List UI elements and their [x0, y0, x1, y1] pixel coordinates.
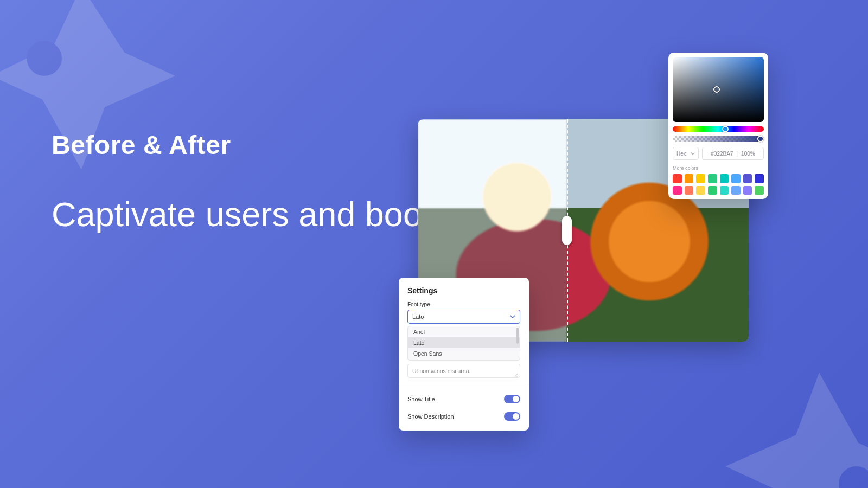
alpha-slider[interactable] [673, 136, 764, 142]
color-swatch[interactable] [673, 186, 682, 195]
color-swatch[interactable] [743, 186, 752, 195]
more-colors-label: More colors [673, 165, 764, 171]
color-hex-value: #322BA7 [711, 151, 733, 157]
hue-slider[interactable] [673, 126, 764, 132]
color-swatch[interactable] [720, 174, 729, 183]
color-alpha-value: 100% [741, 151, 755, 157]
alpha-cursor[interactable] [757, 136, 764, 142]
color-swatch[interactable] [685, 174, 694, 183]
settings-title: Settings [407, 286, 520, 295]
color-picker-panel: Hex #322BA7 | 100% More colors [668, 53, 768, 199]
decorative-shape-bottom [722, 369, 868, 488]
font-type-dropdown: Ariel Lato Open Sans David [407, 326, 520, 361]
show-description-toggle[interactable] [504, 412, 520, 421]
color-swatch[interactable] [708, 174, 717, 183]
show-title-label: Show Title [407, 396, 435, 402]
font-option-david[interactable]: David [408, 359, 520, 361]
sv-cursor[interactable] [713, 86, 720, 93]
color-swatch[interactable] [696, 174, 705, 183]
color-swatch[interactable] [731, 186, 741, 195]
font-type-select[interactable]: Lato [407, 310, 520, 324]
textarea-resize-handle[interactable] [514, 372, 519, 376]
description-value: Ut non varius nisi urna. [412, 368, 470, 374]
font-option-lato[interactable]: Lato [408, 337, 520, 348]
color-value-separator: | [736, 151, 738, 157]
color-value-input[interactable]: #322BA7 | 100% [702, 147, 764, 160]
font-option-ariel[interactable]: Ariel [408, 326, 520, 337]
color-swatch[interactable] [673, 174, 682, 183]
color-swatch[interactable] [755, 186, 764, 195]
settings-divider [399, 386, 529, 386]
font-type-value: Lato [412, 313, 424, 320]
color-swatch[interactable] [731, 174, 741, 183]
color-swatch[interactable] [708, 186, 717, 195]
show-title-toggle[interactable] [504, 395, 520, 403]
color-format-select[interactable]: Hex [673, 147, 699, 160]
hue-cursor[interactable] [722, 126, 729, 132]
show-description-label: Show Description [407, 413, 454, 420]
svg-point-0 [27, 41, 62, 76]
show-description-row: Show Description [407, 408, 520, 425]
color-swatch[interactable] [743, 174, 752, 183]
show-title-row: Show Title [407, 390, 520, 408]
color-swatch[interactable] [696, 186, 705, 195]
chevron-down-icon [691, 151, 695, 156]
swatch-grid [673, 174, 764, 195]
description-textarea[interactable]: Ut non varius nisi urna. [407, 364, 520, 378]
dropdown-scrollbar[interactable] [516, 328, 519, 344]
saturation-value-area[interactable] [673, 57, 764, 122]
color-format-label: Hex [676, 151, 686, 157]
font-option-open-sans[interactable]: Open Sans [408, 348, 520, 359]
before-after-handle[interactable] [562, 216, 572, 245]
color-swatch[interactable] [685, 186, 694, 195]
font-type-label: Font type [407, 301, 520, 307]
color-swatch[interactable] [720, 186, 729, 195]
chevron-down-icon [510, 314, 515, 319]
color-swatch[interactable] [755, 174, 764, 183]
settings-panel: Settings Font type Lato Ariel Lato Open … [399, 278, 529, 431]
